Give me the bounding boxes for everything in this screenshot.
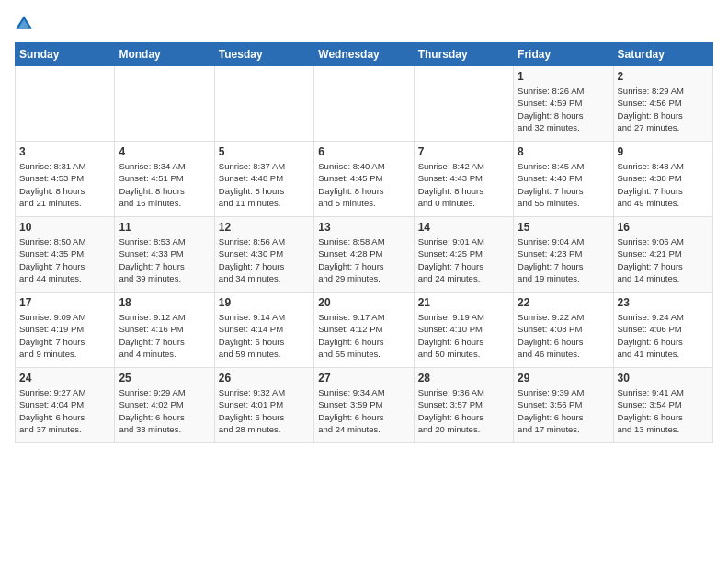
day-info: Sunrise: 9:29 AM Sunset: 4:02 PM Dayligh… (119, 386, 210, 435)
header-day-sunday: Sunday (16, 43, 115, 66)
calendar-cell (414, 66, 513, 142)
day-info: Sunrise: 8:40 AM Sunset: 4:45 PM Dayligh… (318, 160, 409, 209)
calendar-cell: 2Sunrise: 8:29 AM Sunset: 4:56 PM Daylig… (613, 66, 712, 142)
day-number: 18 (119, 296, 210, 309)
day-info: Sunrise: 9:32 AM Sunset: 4:01 PM Dayligh… (219, 386, 310, 435)
day-info: Sunrise: 8:53 AM Sunset: 4:33 PM Dayligh… (119, 236, 210, 284)
calendar-cell: 22Sunrise: 9:22 AM Sunset: 4:08 PM Dayli… (514, 293, 613, 368)
day-info: Sunrise: 9:39 AM Sunset: 3:56 PM Dayligh… (518, 386, 609, 435)
day-info: Sunrise: 8:42 AM Sunset: 4:43 PM Dayligh… (418, 160, 509, 209)
day-info: Sunrise: 9:01 AM Sunset: 4:25 PM Dayligh… (418, 236, 509, 284)
calendar-week-1: 3Sunrise: 8:31 AM Sunset: 4:53 PM Daylig… (16, 142, 713, 217)
day-info: Sunrise: 9:41 AM Sunset: 3:54 PM Dayligh… (618, 386, 709, 435)
day-info: Sunrise: 9:27 AM Sunset: 4:04 PM Dayligh… (19, 386, 110, 435)
day-number: 15 (518, 221, 609, 234)
calendar-cell: 10Sunrise: 8:50 AM Sunset: 4:35 PM Dayli… (16, 217, 115, 293)
day-info: Sunrise: 8:37 AM Sunset: 4:48 PM Dayligh… (219, 160, 310, 209)
day-number: 7 (418, 145, 509, 158)
day-number: 10 (19, 221, 110, 234)
calendar-week-3: 17Sunrise: 9:09 AM Sunset: 4:19 PM Dayli… (16, 293, 713, 368)
day-info: Sunrise: 9:22 AM Sunset: 4:08 PM Dayligh… (518, 311, 609, 360)
header-day-thursday: Thursday (414, 43, 513, 66)
header-day-friday: Friday (514, 43, 613, 66)
day-number: 19 (219, 296, 310, 309)
day-info: Sunrise: 9:06 AM Sunset: 4:21 PM Dayligh… (618, 236, 709, 284)
calendar-header: SundayMondayTuesdayWednesdayThursdayFrid… (16, 43, 713, 66)
day-info: Sunrise: 9:24 AM Sunset: 4:06 PM Dayligh… (618, 311, 709, 360)
header-row: SundayMondayTuesdayWednesdayThursdayFrid… (16, 43, 713, 66)
day-info: Sunrise: 8:29 AM Sunset: 4:56 PM Dayligh… (618, 85, 709, 133)
day-info: Sunrise: 9:17 AM Sunset: 4:12 PM Dayligh… (318, 311, 409, 360)
day-number: 17 (19, 296, 110, 309)
day-number: 3 (19, 145, 110, 158)
day-info: Sunrise: 9:19 AM Sunset: 4:10 PM Dayligh… (418, 311, 509, 360)
header-day-wednesday: Wednesday (314, 43, 414, 66)
day-number: 20 (318, 296, 409, 309)
calendar-cell (115, 66, 214, 142)
calendar-week-4: 24Sunrise: 9:27 AM Sunset: 4:04 PM Dayli… (16, 368, 713, 443)
calendar-cell: 21Sunrise: 9:19 AM Sunset: 4:10 PM Dayli… (414, 293, 513, 368)
day-info: Sunrise: 8:56 AM Sunset: 4:30 PM Dayligh… (219, 236, 310, 284)
day-number: 22 (518, 296, 609, 309)
calendar-cell: 1Sunrise: 8:26 AM Sunset: 4:59 PM Daylig… (514, 66, 613, 142)
day-info: Sunrise: 8:48 AM Sunset: 4:38 PM Dayligh… (618, 160, 709, 209)
calendar-cell: 30Sunrise: 9:41 AM Sunset: 3:54 PM Dayli… (613, 368, 712, 443)
day-number: 14 (418, 221, 509, 234)
calendar-cell: 13Sunrise: 8:58 AM Sunset: 4:28 PM Dayli… (314, 217, 414, 293)
day-number: 26 (219, 372, 310, 385)
day-info: Sunrise: 8:45 AM Sunset: 4:40 PM Dayligh… (518, 160, 609, 209)
calendar-cell: 27Sunrise: 9:34 AM Sunset: 3:59 PM Dayli… (314, 368, 414, 443)
calendar-cell: 17Sunrise: 9:09 AM Sunset: 4:19 PM Dayli… (16, 293, 115, 368)
day-number: 23 (618, 296, 709, 309)
calendar-cell (214, 66, 313, 142)
calendar-cell (16, 66, 115, 142)
day-number: 9 (618, 145, 709, 158)
calendar-cell: 8Sunrise: 8:45 AM Sunset: 4:40 PM Daylig… (514, 142, 613, 217)
calendar-cell: 25Sunrise: 9:29 AM Sunset: 4:02 PM Dayli… (115, 368, 214, 443)
calendar-cell: 6Sunrise: 8:40 AM Sunset: 4:45 PM Daylig… (314, 142, 414, 217)
calendar-cell: 28Sunrise: 9:36 AM Sunset: 3:57 PM Dayli… (414, 368, 513, 443)
calendar-cell: 26Sunrise: 9:32 AM Sunset: 4:01 PM Dayli… (214, 368, 313, 443)
calendar-cell: 12Sunrise: 8:56 AM Sunset: 4:30 PM Dayli… (214, 217, 313, 293)
day-number: 29 (518, 372, 609, 385)
day-info: Sunrise: 9:04 AM Sunset: 4:23 PM Dayligh… (518, 236, 609, 284)
day-number: 1 (518, 70, 609, 83)
day-info: Sunrise: 8:31 AM Sunset: 4:53 PM Dayligh… (19, 160, 110, 209)
page-header (15, 15, 713, 33)
day-number: 5 (219, 145, 310, 158)
calendar-cell: 29Sunrise: 9:39 AM Sunset: 3:56 PM Dayli… (514, 368, 613, 443)
logo (15, 15, 37, 33)
calendar-cell: 15Sunrise: 9:04 AM Sunset: 4:23 PM Dayli… (514, 217, 613, 293)
day-info: Sunrise: 9:14 AM Sunset: 4:14 PM Dayligh… (219, 311, 310, 360)
day-number: 27 (318, 372, 409, 385)
calendar-cell: 19Sunrise: 9:14 AM Sunset: 4:14 PM Dayli… (214, 293, 313, 368)
logo-icon (15, 15, 33, 33)
calendar-cell: 11Sunrise: 8:53 AM Sunset: 4:33 PM Dayli… (115, 217, 214, 293)
day-number: 11 (119, 221, 210, 234)
calendar-cell: 20Sunrise: 9:17 AM Sunset: 4:12 PM Dayli… (314, 293, 414, 368)
day-info: Sunrise: 8:50 AM Sunset: 4:35 PM Dayligh… (19, 236, 110, 284)
day-number: 2 (618, 70, 709, 83)
day-number: 25 (119, 372, 210, 385)
calendar-cell: 24Sunrise: 9:27 AM Sunset: 4:04 PM Dayli… (16, 368, 115, 443)
day-info: Sunrise: 8:34 AM Sunset: 4:51 PM Dayligh… (119, 160, 210, 209)
calendar-week-2: 10Sunrise: 8:50 AM Sunset: 4:35 PM Dayli… (16, 217, 713, 293)
day-info: Sunrise: 9:34 AM Sunset: 3:59 PM Dayligh… (318, 386, 409, 435)
calendar-cell (314, 66, 414, 142)
header-day-saturday: Saturday (613, 43, 712, 66)
day-number: 6 (318, 145, 409, 158)
calendar-cell: 14Sunrise: 9:01 AM Sunset: 4:25 PM Dayli… (414, 217, 513, 293)
calendar-cell: 9Sunrise: 8:48 AM Sunset: 4:38 PM Daylig… (613, 142, 712, 217)
day-info: Sunrise: 8:26 AM Sunset: 4:59 PM Dayligh… (518, 85, 609, 133)
header-day-monday: Monday (115, 43, 214, 66)
day-info: Sunrise: 9:12 AM Sunset: 4:16 PM Dayligh… (119, 311, 210, 360)
day-number: 21 (418, 296, 509, 309)
day-info: Sunrise: 9:09 AM Sunset: 4:19 PM Dayligh… (19, 311, 110, 360)
day-number: 4 (119, 145, 210, 158)
day-number: 30 (618, 372, 709, 385)
header-day-tuesday: Tuesday (214, 43, 313, 66)
day-info: Sunrise: 9:36 AM Sunset: 3:57 PM Dayligh… (418, 386, 509, 435)
calendar-table: SundayMondayTuesdayWednesdayThursdayFrid… (15, 42, 713, 443)
calendar-cell: 18Sunrise: 9:12 AM Sunset: 4:16 PM Dayli… (115, 293, 214, 368)
calendar-cell: 5Sunrise: 8:37 AM Sunset: 4:48 PM Daylig… (214, 142, 313, 217)
